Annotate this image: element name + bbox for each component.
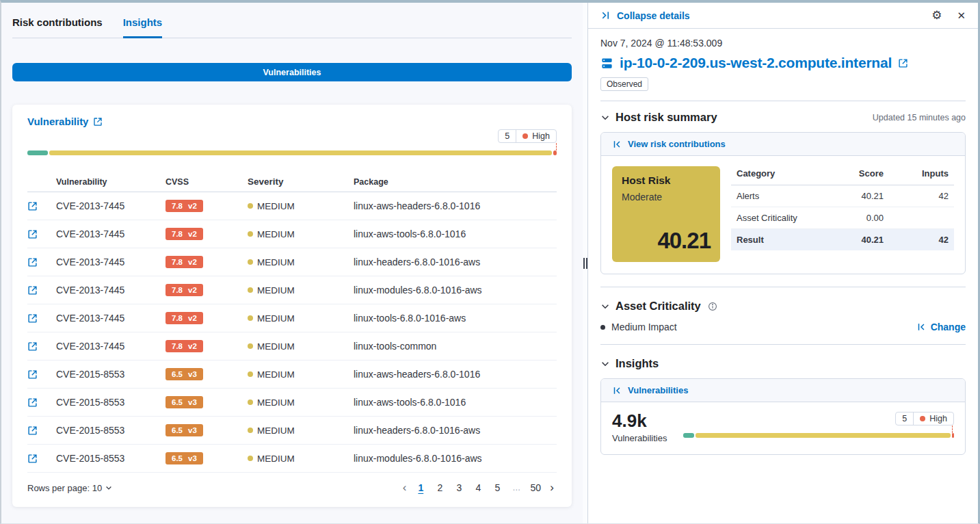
view-risk-contributions-label: View risk contributions (628, 139, 726, 149)
external-link-icon[interactable] (898, 58, 908, 68)
open-vulnerability-details-icon[interactable] (27, 285, 56, 296)
divider (600, 287, 966, 287)
open-vulnerability-details-icon[interactable] (27, 341, 56, 352)
medium-severity-dot (248, 231, 253, 237)
pagination-pages: 12345…50 (413, 481, 543, 495)
open-vulnerability-details-icon[interactable] (27, 313, 56, 324)
vulnerability-id: CVE-2013-7445 (56, 257, 165, 267)
cvss-score-badge: 7.8v2 (165, 228, 203, 240)
view-risk-contributions-link[interactable]: View risk contributions (601, 133, 965, 156)
open-vulnerability-details-icon[interactable] (27, 369, 56, 380)
medium-severity-dot (248, 203, 253, 209)
cvss-score-badge: 6.5v3 (165, 396, 203, 408)
severity-cell: MEDIUM (248, 313, 354, 324)
observed-badge: Observed (600, 77, 648, 91)
collapse-details-label: Collapse details (617, 10, 690, 21)
vulnerability-id: CVE-2013-7445 (56, 228, 165, 239)
tab-bar: Risk contributions Insights (12, 12, 572, 38)
collapse-details-button[interactable]: Collapse details (600, 10, 690, 21)
chevron-down-icon (105, 484, 113, 492)
risk-category: Asset Criticality (737, 213, 805, 223)
col-category: Category (737, 168, 805, 179)
open-vulnerability-details-icon[interactable] (27, 229, 56, 239)
vulnerability-card: Vulnerability 5 High Vulnerability CVSS … (12, 105, 572, 507)
col-vulnerability: Vulnerability (56, 177, 165, 187)
page-button-4[interactable]: 4 (471, 481, 486, 495)
page-button-5[interactable]: 5 (490, 481, 505, 495)
vulnerability-count: 4.9k (612, 410, 667, 432)
resizer-grip-icon[interactable] (583, 258, 587, 269)
chevron-down-icon[interactable] (600, 359, 610, 369)
chevron-down-icon[interactable] (600, 113, 610, 122)
vulnerability-count-label: Vulnerabilities (612, 433, 667, 443)
info-icon[interactable] (708, 302, 717, 311)
severity-cell: MEDIUM (248, 454, 354, 464)
tab-risk-contributions[interactable]: Risk contributions (12, 16, 103, 38)
open-vulnerability-details-icon[interactable] (27, 454, 56, 464)
medium-severity-dot (248, 371, 253, 377)
insights-severity-bar (683, 433, 954, 438)
badge-bar-connector (27, 143, 557, 150)
vulnerability-id: CVE-2015-8553 (56, 397, 165, 408)
host-risk-summary-title: Host risk summary (615, 111, 717, 124)
col-severity: Severity (248, 176, 354, 187)
open-vulnerability-details-icon[interactable] (27, 425, 56, 436)
cvss-score-badge: 7.8v2 (165, 284, 203, 296)
vulnerabilities-panel-link[interactable]: Vulnerabilities (601, 379, 965, 402)
risk-category: Result (737, 235, 805, 245)
package-name: linux-tools-6.8.0-1016-aws (354, 313, 557, 324)
package-name: linux-aws-tools-6.8.0-1016 (354, 228, 557, 239)
table-row: CVE-2015-8553 6.5v3 MEDIUM linux-modules… (27, 445, 557, 473)
vulnerabilities-banner-button[interactable]: Vulnerabilities (12, 63, 572, 81)
package-name: linux-modules-6.8.0-1016-aws (354, 453, 557, 464)
pagination: ‹ 12345…50 › (400, 481, 557, 495)
table-row: CVE-2013-7445 7.8v2 MEDIUM linux-tools-c… (27, 332, 557, 361)
bar-segment (553, 150, 557, 155)
tab-insights[interactable]: Insights (123, 16, 163, 38)
severity-cell: MEDIUM (248, 425, 354, 436)
close-icon[interactable]: ✕ (957, 10, 966, 21)
cvss-score-badge: 7.8v2 (165, 256, 203, 268)
page-button-3[interactable]: 3 (451, 481, 466, 495)
chevron-down-icon[interactable] (600, 302, 610, 311)
next-page-button[interactable]: › (547, 481, 557, 495)
gear-icon[interactable]: ⚙ (931, 10, 942, 21)
severity-cell: MEDIUM (248, 257, 354, 267)
table-footer: Rows per page: 10 ‹ 12345…50 › (27, 481, 557, 497)
change-criticality-button[interactable]: Change (916, 322, 966, 332)
cvss-score-badge: 7.8v2 (165, 312, 203, 324)
severity-cell: MEDIUM (248, 285, 354, 296)
vulnerability-title-text: Vulnerability (27, 116, 88, 127)
package-name: linux-tools-common (354, 341, 557, 352)
arrow-start-icon (612, 386, 622, 395)
asset-criticality-value: Medium Impact (611, 322, 677, 332)
vulnerability-title-link[interactable]: Vulnerability (27, 116, 103, 127)
table-row: CVE-2013-7445 7.8v2 MEDIUM linux-aws-too… (27, 220, 557, 248)
open-vulnerability-details-icon[interactable] (27, 201, 56, 211)
page-button-1[interactable]: 1 (413, 481, 428, 495)
left-panel: Risk contributions Insights Vulnerabilit… (1, 3, 583, 523)
host-title-link[interactable]: ip-10-0-2-209.us-west-2.compute.internal (600, 55, 966, 71)
open-vulnerability-details-icon[interactable] (27, 257, 56, 267)
previous-page-button[interactable]: ‹ (400, 481, 410, 495)
change-label: Change (931, 322, 966, 332)
risk-inputs (884, 213, 949, 223)
rows-per-page-selector[interactable]: Rows per page: 10 (27, 483, 113, 493)
cvss-score-badge: 6.5v3 (165, 452, 203, 464)
page-button-2[interactable]: 2 (432, 481, 447, 495)
badge-bar-connector (682, 425, 953, 433)
high-count: 5 (896, 412, 913, 425)
host-name: ip-10-0-2-209.us-west-2.compute.internal (620, 55, 892, 71)
divider (600, 344, 966, 345)
bar-segment (27, 150, 48, 155)
severity-cell: MEDIUM (248, 369, 354, 380)
page-button-50[interactable]: 50 (528, 481, 543, 495)
panel-resizer[interactable] (583, 3, 587, 523)
table-row: CVE-2013-7445 7.8v2 MEDIUM linux-headers… (27, 248, 557, 276)
package-name: linux-headers-6.8.0-1016-aws (354, 425, 557, 436)
risk-inputs: 42 (884, 235, 949, 245)
package-name: linux-modules-6.8.0-1016-aws (354, 285, 557, 296)
page-button-…: … (509, 482, 524, 494)
open-vulnerability-details-icon[interactable] (27, 397, 56, 408)
high-label: High (929, 414, 947, 423)
